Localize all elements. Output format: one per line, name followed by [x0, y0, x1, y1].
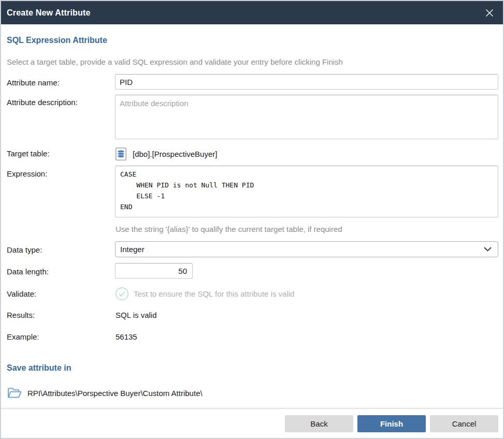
data-type-label: Data type:: [7, 245, 42, 254]
dialog-footer: Back Finish Cancel: [1, 408, 503, 438]
target-table-row: [dbo].[ProspectiveBuyer]: [115, 146, 498, 162]
expression-hint: Use the string '{alias}' to qualify the …: [116, 225, 342, 233]
cancel-button[interactable]: Cancel: [430, 415, 498, 432]
dialog-title: Create New Attribute: [7, 8, 91, 18]
example-label: Example:: [7, 332, 39, 341]
check-circle-icon: [115, 287, 129, 301]
instruction-text: Select a target table, provide a valid S…: [7, 57, 343, 66]
attribute-name-label: Attribute name:: [7, 78, 60, 87]
data-type-selected-value: Integer: [120, 245, 145, 254]
validate-hint-text: Test to ensure the SQL for this attribut…: [134, 289, 294, 298]
results-label: Results:: [7, 311, 35, 319]
folder-open-icon: [7, 387, 22, 400]
close-icon: [485, 8, 494, 18]
save-location-path: RPI\Attributes\Porspective Buyer\Custom …: [27, 389, 203, 398]
close-button[interactable]: [483, 6, 496, 20]
chevron-down-icon: [484, 247, 492, 252]
dialog-titlebar: Create New Attribute: [1, 1, 503, 24]
target-table-label: Target table:: [7, 149, 50, 158]
section-title-save-attribute: Save attribute in: [7, 363, 71, 373]
validate-label: Validate:: [7, 289, 36, 298]
table-icon: [115, 147, 127, 161]
attribute-description-textarea[interactable]: [115, 95, 498, 139]
save-location-row[interactable]: RPI\Attributes\Porspective Buyer\Custom …: [7, 387, 203, 400]
data-length-label: Data length:: [7, 267, 49, 276]
data-type-select[interactable]: Integer: [115, 241, 498, 257]
attribute-description-label: Attribute description:: [7, 98, 78, 107]
finish-button[interactable]: Finish: [357, 415, 426, 432]
back-button[interactable]: Back: [285, 415, 353, 432]
validate-action[interactable]: Test to ensure the SQL for this attribut…: [115, 286, 498, 301]
results-value: SQL is valid: [116, 311, 156, 319]
create-new-attribute-dialog: Create New Attribute SQL Expression Attr…: [0, 0, 504, 439]
data-length-input: [115, 263, 193, 279]
section-title-sql-expression: SQL Expression Attribute: [7, 36, 107, 45]
expression-label: Expression:: [7, 169, 47, 178]
expression-textarea[interactable]: CASE WHEN PID is not Null THEN PID ELSE …: [115, 166, 498, 217]
attribute-name-input[interactable]: [115, 74, 498, 90]
example-value: 56135: [116, 332, 137, 341]
target-table-value: [dbo].[ProspectiveBuyer]: [133, 150, 217, 158]
